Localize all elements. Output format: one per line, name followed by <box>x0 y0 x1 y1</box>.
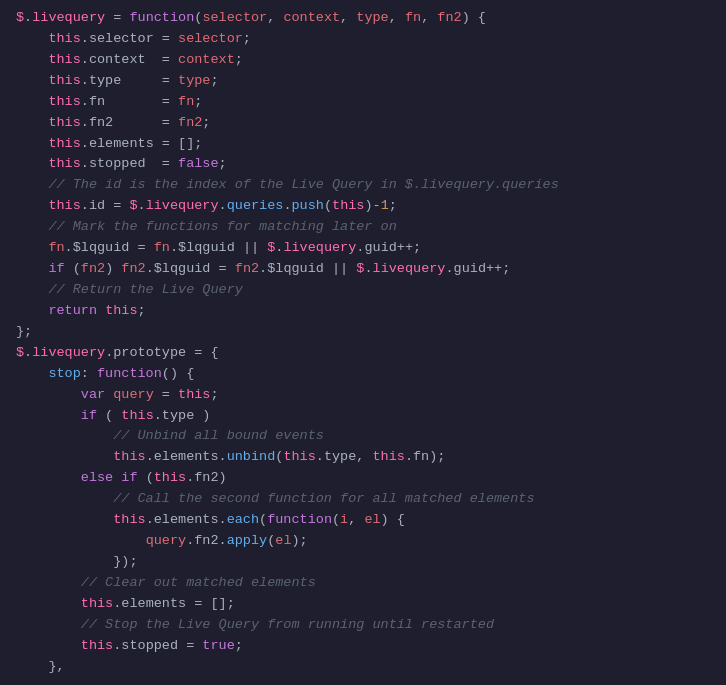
code-line-32: }); <box>0 552 726 573</box>
code-line-21: $.livequery.prototype = { <box>0 343 726 364</box>
code-line-38: this.stopped = true; <box>0 636 726 657</box>
code-line-6: this.fn2 = fn2; <box>0 113 726 134</box>
code-line-27: this.elements.unbind(this.type, this.fn)… <box>0 447 726 468</box>
code-line-25: if ( this.type ) <box>0 406 726 427</box>
code-line-39: }, <box>0 657 726 678</box>
code-line-1: $.livequery = function(selector, context… <box>0 8 726 29</box>
code-line-17: // Return the Live Query <box>0 280 726 301</box>
code-line-13: // Mark the functions for matching later… <box>0 217 726 238</box>
code-line-19: }; <box>0 322 726 343</box>
code-line-18: return this; <box>0 301 726 322</box>
code-line-30: this.elements.each(function(i, el) { <box>0 510 726 531</box>
code-line-3: this.context = context; <box>0 50 726 71</box>
code-line-34: // Clear out matched elements <box>0 573 726 594</box>
code-line-31: query.fn2.apply(el); <box>0 531 726 552</box>
code-line-2: this.selector = selector; <box>0 29 726 50</box>
code-editor: $.livequery = function(selector, context… <box>0 0 726 685</box>
code-line-22: stop: function() { <box>0 364 726 385</box>
code-line-28: else if (this.fn2) <box>0 468 726 489</box>
code-line-26: // Unbind all bound events <box>0 426 726 447</box>
code-line-23: var query = this; <box>0 385 726 406</box>
code-line-14: fn.$lqguid = fn.$lqguid || $.livequery.g… <box>0 238 726 259</box>
code-line-35: this.elements = []; <box>0 594 726 615</box>
code-line-29: // Call the second function for all matc… <box>0 489 726 510</box>
code-line-7: this.elements = []; <box>0 134 726 155</box>
code-line-15: if (fn2) fn2.$lqguid = fn2.$lqguid || $.… <box>0 259 726 280</box>
code-line-5: this.fn = fn; <box>0 92 726 113</box>
code-line-10: // The id is the index of the Live Query… <box>0 175 726 196</box>
code-line-11: this.id = $.livequery.queries.push(this)… <box>0 196 726 217</box>
code-line-8: this.stopped = false; <box>0 154 726 175</box>
code-line-4: this.type = type; <box>0 71 726 92</box>
code-line-37: // Stop the Live Query from running unti… <box>0 615 726 636</box>
